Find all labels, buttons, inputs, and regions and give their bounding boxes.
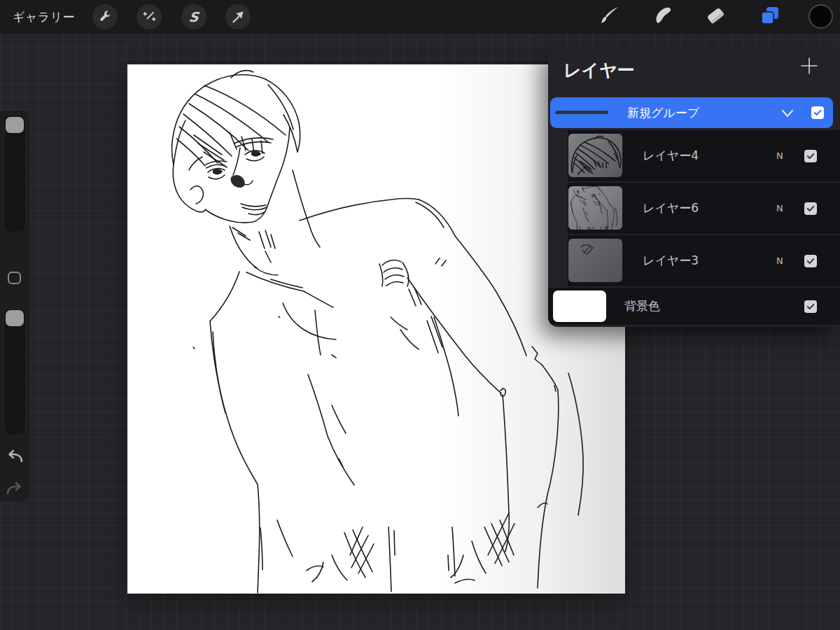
brush-size-slider[interactable]: [4, 115, 26, 232]
smudge-tool-button[interactable]: [652, 6, 675, 27]
group-thumbnail-line: [555, 111, 608, 114]
layer-thumbnail: [568, 134, 622, 177]
layer-name: レイヤー3: [643, 235, 699, 286]
layer-thumbnail: [568, 186, 622, 230]
blend-mode-badge[interactable]: N: [776, 235, 783, 286]
actions-button[interactable]: [92, 4, 118, 29]
undo-icon: [5, 456, 24, 470]
procreate-workspace: ギャラリー S: [0, 0, 840, 630]
eraser-tool-button[interactable]: [704, 6, 727, 27]
brush-icon: [599, 5, 620, 29]
layer-row[interactable]: レイヤー3 N: [568, 235, 840, 286]
layer-name: レイヤー4: [643, 130, 699, 181]
layers-panel-button[interactable]: [759, 6, 781, 27]
brush-size-handle[interactable]: [6, 117, 24, 133]
brush-opacity-handle[interactable]: [6, 310, 24, 326]
magic-wand-icon: [142, 10, 156, 24]
sidebar-controls: [0, 111, 29, 501]
modify-button[interactable]: [8, 272, 21, 284]
background-color-swatch[interactable]: [553, 290, 606, 322]
gallery-label: ギャラリー: [13, 9, 75, 25]
layer-thumbnail: [568, 239, 622, 282]
layers-icon: [760, 5, 780, 29]
layer-group-row[interactable]: 新規グループ: [550, 97, 833, 128]
layer-visibility-checkbox[interactable]: [804, 150, 817, 162]
layers-panel-title: レイヤー: [564, 59, 635, 82]
layers-panel: レイヤー 新規グループ レイヤー4 N: [548, 48, 840, 327]
wrench-icon: [98, 10, 112, 24]
group-visibility-checkbox[interactable]: [811, 106, 824, 119]
undo-button[interactable]: [5, 447, 24, 467]
brush-tool-button[interactable]: [598, 6, 621, 27]
blend-mode-badge[interactable]: N: [776, 183, 783, 234]
background-color-row[interactable]: 背景色: [548, 288, 840, 325]
smudge-finger-icon: [653, 5, 674, 29]
brush-opacity-slider[interactable]: [4, 308, 26, 435]
blend-mode-badge[interactable]: N: [776, 130, 783, 181]
selection-icon: S: [188, 9, 200, 24]
group-name: 新規グループ: [627, 97, 699, 128]
active-color-button[interactable]: [808, 4, 833, 29]
layer-row[interactable]: レイヤー4 N: [568, 130, 840, 181]
top-toolbar: ギャラリー S: [0, 0, 840, 34]
layer-visibility-checkbox[interactable]: [804, 255, 817, 267]
background-row-label: 背景色: [624, 288, 660, 325]
background-visibility-checkbox[interactable]: [804, 300, 817, 313]
redo-button[interactable]: [5, 479, 24, 499]
adjustments-button[interactable]: [136, 4, 162, 29]
gallery-button[interactable]: ギャラリー: [13, 0, 75, 34]
layer-visibility-checkbox[interactable]: [804, 202, 817, 215]
transform-button[interactable]: [225, 4, 251, 29]
transform-arrow-icon: [231, 10, 245, 24]
eraser-icon: [705, 5, 726, 29]
selection-button[interactable]: S: [181, 4, 206, 29]
redo-icon: [5, 489, 24, 502]
layer-name: レイヤー6: [643, 183, 699, 234]
collapse-group-button[interactable]: [781, 108, 794, 117]
add-layer-button[interactable]: [799, 56, 819, 76]
layer-row[interactable]: レイヤー6 N: [568, 183, 840, 234]
